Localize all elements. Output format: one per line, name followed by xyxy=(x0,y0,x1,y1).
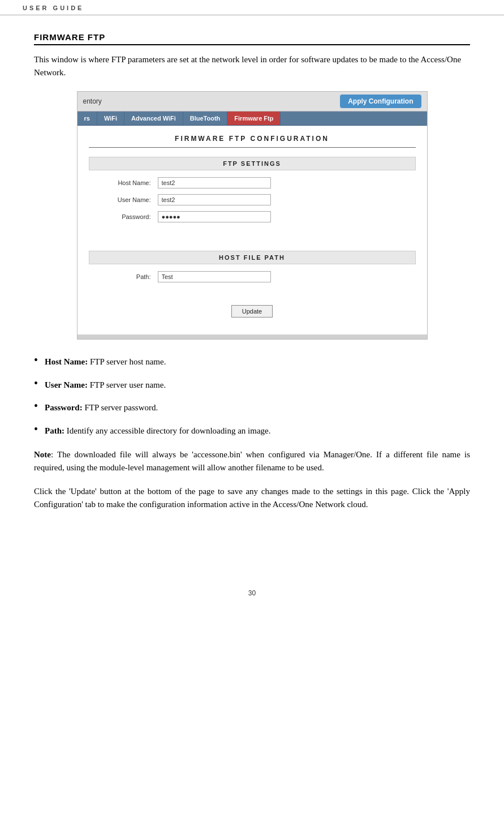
bullet-desc-4: Identify any accessible directory for do… xyxy=(64,426,270,435)
note-label: Note xyxy=(34,450,51,459)
screenshot-top-bar: entory Apply Configuration xyxy=(77,92,427,111)
note-paragraph: Note: The downloaded file will always be… xyxy=(34,448,470,475)
bullet-item-username: • User Name: FTP server user name. xyxy=(34,379,470,392)
bullet-item-path: • Path: Identify any accessible director… xyxy=(34,424,470,437)
path-label: Path: xyxy=(94,273,151,280)
bullet-dot-4: • xyxy=(34,423,38,435)
password-input[interactable] xyxy=(158,211,271,222)
host-name-input[interactable] xyxy=(158,177,271,188)
screenshot-page-title: FIRMWARE FTP CONFIGURATION xyxy=(89,135,416,148)
nav-item-bluetooth[interactable]: BlueTooth xyxy=(183,111,228,125)
bullet-list: • Host Name: FTP server host name. • Use… xyxy=(34,355,470,437)
main-content: Firmware Ftp This window is where FTP pa… xyxy=(0,15,504,544)
bullet-text-3: Password: FTP server password. xyxy=(45,401,158,414)
path-input[interactable] xyxy=(158,271,271,282)
bullet-item-password: • Password: FTP server password. xyxy=(34,401,470,414)
top-bar-label: entory xyxy=(83,97,102,105)
update-row: Update xyxy=(89,305,416,318)
page-footer: 30 xyxy=(0,578,504,608)
ftp-section-header: FTP SETTINGS xyxy=(89,157,416,170)
nav-item-advanced-wifi[interactable]: Advanced WiFi xyxy=(124,111,183,125)
section-title: Firmware Ftp xyxy=(34,32,470,45)
password-label: Password: xyxy=(94,213,151,220)
user-name-label: User Name: xyxy=(94,196,151,203)
nav-item-wifi[interactable]: WiFi xyxy=(97,111,124,125)
bullet-dot-3: • xyxy=(34,400,38,411)
intro-paragraph: This window is where FTP parameters are … xyxy=(34,53,470,79)
bullet-dot-1: • xyxy=(34,354,38,366)
page-number: 30 xyxy=(248,589,256,597)
bullet-term-3: Password: xyxy=(45,403,83,412)
bullet-term-2: User Name: xyxy=(45,380,88,389)
screenshot-box: entory Apply Configuration rs WiFi Advan… xyxy=(77,91,428,340)
host-name-row: Host Name: xyxy=(89,177,416,188)
bullet-desc-1: FTP server host name. xyxy=(88,357,166,366)
path-section-header: HOST FILE PATH xyxy=(89,251,416,264)
password-row: Password: xyxy=(89,211,416,222)
header-label: USER GUIDE xyxy=(23,5,84,11)
bullet-term-4: Path: xyxy=(45,426,64,435)
user-name-input[interactable] xyxy=(158,194,271,205)
screenshot-inner: FIRMWARE FTP CONFIGURATION FTP SETTINGS … xyxy=(77,126,427,334)
user-name-row: User Name: xyxy=(89,194,416,205)
nav-item-firmware-ftp[interactable]: Firmware Ftp xyxy=(227,111,281,125)
bullet-item-hostname: • Host Name: FTP server host name. xyxy=(34,355,470,368)
apply-configuration-button[interactable]: Apply Configuration xyxy=(340,95,421,108)
bullet-text-1: Host Name: FTP server host name. xyxy=(45,355,166,368)
update-button[interactable]: Update xyxy=(231,305,273,318)
spacer1 xyxy=(89,228,416,239)
bullet-text-4: Path: Identify any accessible directory … xyxy=(45,424,270,437)
spacer2 xyxy=(89,239,416,251)
screenshot-bottom-bar xyxy=(77,334,427,339)
bullet-desc-3: FTP server password. xyxy=(83,403,158,412)
nav-item-rs[interactable]: rs xyxy=(77,111,97,125)
section-title-text: Firmware Ftp xyxy=(34,32,105,42)
host-name-label: Host Name: xyxy=(94,179,151,186)
spacer3 xyxy=(89,288,416,299)
note-text: : The downloaded file will always be 'ac… xyxy=(34,450,470,472)
bullet-text-2: User Name: FTP server user name. xyxy=(45,379,166,392)
bullet-term-1: Host Name: xyxy=(45,357,88,366)
screenshot-nav: rs WiFi Advanced WiFi BlueTooth Firmware… xyxy=(77,111,427,126)
page-header: USER GUIDE xyxy=(0,0,504,15)
bullet-dot-2: • xyxy=(34,378,38,389)
bullet-desc-2: FTP server user name. xyxy=(88,380,166,389)
path-row: Path: xyxy=(89,271,416,282)
click-paragraph: Click the 'Update' button at the bottom … xyxy=(34,485,470,512)
